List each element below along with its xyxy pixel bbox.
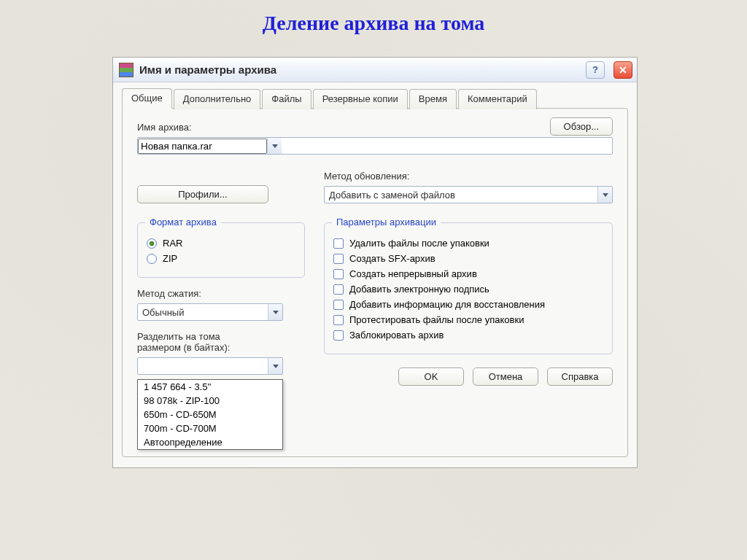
split-option[interactable]: 650m - CD-650M (138, 408, 282, 421)
check-delete-after[interactable]: Удалить файлы после упаковки (333, 238, 603, 249)
params-groupbox: Параметры архивации Удалить файлы после … (324, 222, 613, 354)
split-label-2: размером (в байтах): (137, 342, 305, 353)
radio-rar-label: RAR (163, 238, 182, 249)
format-groupbox: Формат архива RAR ZIP (137, 222, 305, 278)
button-bar: OK Отмена Справка (324, 368, 613, 386)
radio-rar[interactable]: RAR (147, 238, 295, 249)
check-sfx[interactable]: Создать SFX-архив (333, 253, 603, 264)
radio-icon (147, 254, 157, 264)
tabpanel-general: Обзор... Имя архива: Профили... Метод об… (122, 108, 628, 457)
params-legend: Параметры архивации (332, 217, 441, 228)
check-label: Протестировать файлы после упаковки (349, 314, 524, 325)
ok-button[interactable]: OK (398, 368, 464, 386)
check-label: Заблокировать архив (349, 330, 444, 341)
update-method-label: Метод обновления: (324, 171, 613, 182)
checkbox-icon (333, 284, 344, 295)
profiles-button[interactable]: Профили... (137, 185, 268, 203)
archive-name-label: Имя архива: (137, 122, 613, 133)
tab-time[interactable]: Время (409, 89, 457, 109)
cancel-button[interactable]: Отмена (473, 368, 538, 386)
checkbox-icon (333, 238, 344, 249)
tab-general[interactable]: Общие (122, 88, 172, 109)
window-title: Имя и параметры архива (139, 63, 577, 76)
chevron-down-icon (603, 193, 608, 197)
close-button[interactable] (614, 61, 632, 79)
update-method-value: Добавить с заменой файлов (325, 190, 597, 201)
checkbox-icon (333, 254, 344, 264)
help-button-bottom[interactable]: Справка (547, 368, 613, 386)
app-icon (119, 63, 133, 77)
split-option[interactable]: 1 457 664 - 3.5'' (138, 380, 282, 394)
compression-combo[interactable]: Обычный (137, 303, 283, 321)
check-signature[interactable]: Добавить электронную подпись (333, 284, 603, 295)
check-lock[interactable]: Заблокировать архив (333, 330, 603, 341)
check-solid[interactable]: Создать непрерывный архив (333, 268, 603, 279)
check-recovery[interactable]: Добавить информацию для восстановления (333, 299, 603, 310)
radio-icon (147, 238, 157, 249)
compression-label: Метод сжатия: (137, 288, 305, 299)
check-test[interactable]: Протестировать файлы после упаковки (333, 314, 603, 325)
checkbox-icon (333, 300, 344, 310)
client-area: Общие Дополнительно Файлы Резервные копи… (113, 82, 637, 467)
split-option[interactable]: Автоопределение (138, 435, 282, 449)
chevron-down-icon (272, 144, 278, 148)
archive-name-field[interactable] (138, 139, 267, 154)
check-label: Добавить информацию для восстановления (349, 299, 545, 310)
chevron-down-icon (273, 365, 279, 368)
split-size-options-list: 1 457 664 - 3.5'' 98 078k - ZIP-100 650m… (137, 379, 283, 450)
checkbox-icon (333, 269, 344, 279)
split-option[interactable]: 700m - CD-700M (138, 421, 282, 435)
compression-value: Обычный (138, 307, 268, 318)
radio-zip[interactable]: ZIP (147, 253, 295, 264)
chevron-down-icon (273, 311, 279, 314)
browse-button[interactable]: Обзор... (550, 117, 613, 136)
split-size-combo[interactable] (137, 357, 283, 375)
titlebar: Имя и параметры архива ? (113, 58, 637, 82)
close-icon (619, 64, 627, 76)
tabstrip: Общие Дополнительно Файлы Резервные копи… (122, 88, 628, 109)
compression-dropdown[interactable] (268, 304, 282, 320)
radio-zip-label: ZIP (163, 253, 177, 264)
split-size-dropdown[interactable] (268, 358, 282, 374)
tab-advanced[interactable]: Дополнительно (174, 89, 261, 109)
checkbox-icon (333, 315, 344, 325)
page-heading: Деление архива на тома (0, 0, 747, 42)
check-label: Создать SFX-архив (349, 253, 436, 264)
tab-files[interactable]: Файлы (262, 89, 311, 109)
update-method-dropdown[interactable] (597, 187, 612, 203)
archive-name-dropdown[interactable] (267, 138, 282, 154)
split-option[interactable]: 98 078k - ZIP-100 (138, 394, 282, 408)
split-label-1: Разделить на тома (137, 331, 305, 342)
tab-comment[interactable]: Комментарий (458, 89, 537, 109)
checkbox-icon (333, 330, 344, 341)
format-legend: Формат архива (145, 217, 221, 228)
check-label: Удалить файлы после упаковки (349, 238, 489, 249)
archive-name-input[interactable] (137, 137, 613, 155)
update-method-combo[interactable]: Добавить с заменой файлов (324, 186, 613, 203)
dialog-window: Имя и параметры архива ? Общие Дополните… (112, 57, 638, 468)
check-label: Создать непрерывный архив (349, 268, 477, 279)
check-label: Добавить электронную подпись (349, 284, 489, 295)
tab-backup[interactable]: Резервные копии (313, 89, 408, 109)
help-button[interactable]: ? (586, 61, 605, 79)
